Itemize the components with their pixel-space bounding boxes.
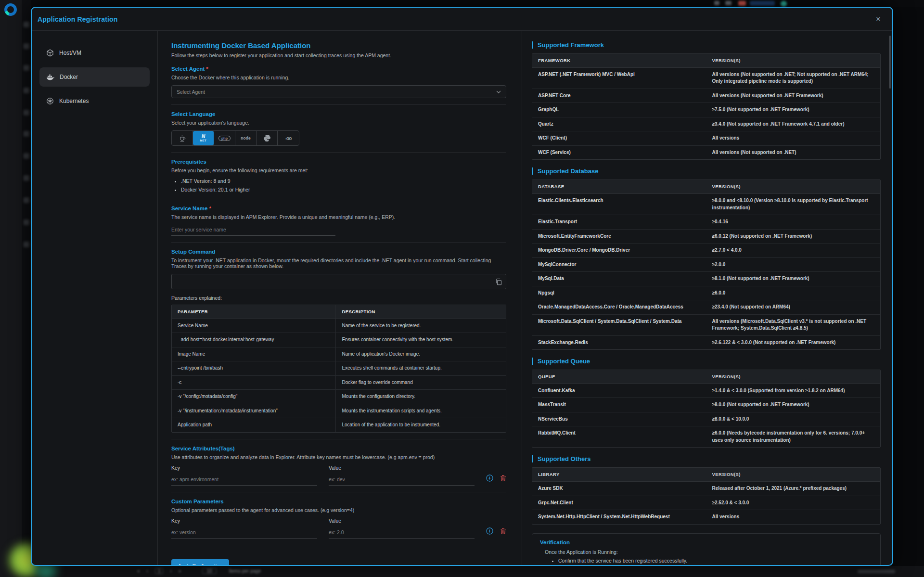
language-dotnet[interactable]: N NET (193, 131, 214, 145)
table-row: MySql.Data≥8.1.0 (Not supported on .NET … (532, 272, 880, 286)
custom-parameters-description: Optional parameters passed to the agent … (171, 507, 506, 513)
divider (171, 104, 506, 105)
list-item: Docker Version: 20.1 or Higher (181, 187, 506, 192)
table-cell: ≥23.4.0 (Not supported on ARM64) (706, 300, 881, 314)
nav-item-label: Docker (60, 74, 78, 80)
delete-row-icon[interactable] (500, 527, 506, 535)
language-php[interactable]: php (214, 131, 235, 145)
table-cell: --entrypoint /bin/bash (172, 361, 336, 375)
add-row-icon[interactable] (486, 527, 493, 535)
table-row: Elastic.Clients.Elasticsearch≥8.0.0 and … (532, 194, 880, 215)
background-icon (24, 153, 29, 159)
table-cell: System.Net.Http.HttpClient / System.Net.… (532, 510, 706, 524)
language-java[interactable] (172, 131, 193, 145)
attribute-value-input[interactable] (329, 474, 475, 486)
table-row: Elastic.Transport≥0.4.16 (532, 215, 880, 230)
custom-parameters-row: Key Value (171, 518, 506, 539)
verification-list: Confirm that the service has been regist… (540, 558, 873, 565)
table-cell: Docker flag to override command (336, 376, 506, 390)
attribute-key-input[interactable] (171, 474, 317, 486)
pagination-next: › (170, 568, 171, 574)
dotnet-icon: N NET (200, 134, 207, 142)
background-icon (24, 175, 29, 181)
column-header: PARAMETER (172, 305, 336, 319)
table-cell: ≥3.4.0 (Not supported on .NET Framework … (706, 117, 881, 131)
table-cell: -v "/instrumentation:/motadata/instrumen… (172, 404, 336, 418)
table-cell: Microsoft.EntityFrameworkCore (532, 230, 706, 244)
table-cell: Microsoft.Data.SqlClient / System.Data.S… (532, 315, 706, 335)
nav-item-kubernetes[interactable]: Kubernetes (39, 91, 150, 111)
setup-command-text (172, 275, 181, 281)
background-icon (24, 88, 29, 93)
table-cell: WCF (Service) (532, 146, 706, 160)
language-nodejs[interactable]: node (235, 131, 257, 145)
list-item: Confirm that the service has been regist… (558, 558, 873, 564)
add-row-icon[interactable] (486, 474, 493, 482)
language-go[interactable]: -oo (278, 131, 299, 145)
select-agent-dropdown[interactable]: Select Agent (171, 85, 506, 98)
table-cell: Name of the service to be registered. (336, 319, 506, 333)
divider (171, 242, 506, 243)
select-agent-description: Choose the Docker where this application… (171, 75, 506, 80)
close-icon[interactable]: × (876, 15, 881, 23)
table-cell: All versions (706, 510, 881, 524)
setup-command-box (171, 274, 506, 289)
table-cell: Application path (172, 418, 336, 432)
table-cell: ≥8.0.0 & < 10.0.0 (706, 412, 881, 426)
application-registration-modal: Application Registration × Host/VM Doc (31, 7, 893, 566)
supported-framework-table: FRAMEWORK VERSION(S) ASP.NET (.NET Frame… (532, 53, 881, 160)
table-row: System.Net.Http.HttpClient / System.Net.… (532, 510, 880, 524)
cube-icon (46, 49, 54, 57)
column-header: QUEUE (532, 370, 706, 384)
column-header: DESCRIPTION (336, 305, 506, 319)
table-header: FRAMEWORK VERSION(S) (532, 54, 880, 68)
copy-icon[interactable] (495, 278, 502, 285)
table-cell: -v "/config:/motadata/config" (172, 390, 336, 404)
table-cell: Oracle.ManagedDataAccess.Core / Oracle.M… (532, 300, 706, 314)
java-icon (179, 134, 186, 142)
chevron-down-icon (496, 90, 501, 93)
language-python[interactable] (257, 131, 278, 145)
select-language-description: Select your application's language. (171, 120, 506, 126)
page-subtitle: Follow the steps below to register your … (171, 52, 506, 58)
service-attributes-heading: Service Attributes(Tags) (171, 446, 506, 451)
nav-item-docker[interactable]: Docker (39, 67, 150, 87)
nav-item-host-vm[interactable]: Host/VM (39, 43, 150, 63)
column-header: DATABASE (532, 180, 706, 193)
key-label: Key (171, 465, 317, 471)
table-row: Microsoft.EntityFrameworkCore≥6.0.12 (No… (532, 230, 880, 244)
table-cell: ≥7.5.0 (Not supported on .NET Framework) (706, 103, 881, 117)
table-cell: Elastic.Clients.Elasticsearch (532, 194, 706, 215)
table-cell: Azure SDK (532, 482, 706, 496)
service-name-input[interactable] (171, 225, 335, 236)
background-icon (24, 131, 29, 137)
scrollbar-thumb[interactable] (889, 36, 891, 89)
background-icon (24, 197, 29, 203)
table-row: Microsoft.Data.SqlClient / System.Data.S… (532, 315, 880, 336)
background-topbar (0, 0, 924, 7)
pagination-first: « (137, 568, 140, 574)
table-row: MongoDB.Driver.Core / MongoDB.Driver≥2.7… (532, 244, 880, 258)
table-row: Image NameName of application's Docker i… (172, 347, 506, 362)
apply-configuration-button[interactable]: Apply Configuration (171, 559, 229, 565)
parameter-key-input[interactable] (171, 527, 317, 539)
table-row: ASP.NET CoreAll versions (Not supported … (532, 89, 880, 103)
table-cell: Name of application's Docker image. (336, 347, 506, 361)
supported-queue-table: QUEUE VERSION(S) Confluent.Kafka≥1.4.0 &… (532, 370, 881, 448)
setup-command-heading: Setup Command (171, 249, 506, 255)
select-language-heading: Select Language (171, 111, 506, 117)
table-cell: All versions (Not supported on .NET Fram… (706, 89, 881, 103)
column-header: VERSION(S) (706, 180, 881, 193)
value-label: Value (329, 518, 475, 524)
background-icon (24, 43, 29, 49)
background-icon (24, 219, 29, 225)
table-cell: Confluent.Kafka (532, 384, 706, 398)
delete-row-icon[interactable] (500, 474, 506, 482)
select-agent-heading: Select Agent* (171, 66, 506, 72)
parameters-explained-label: Parameters explained: (171, 295, 506, 301)
table-header: PARAMETER DESCRIPTION (172, 305, 506, 319)
table-row: WCF (Client)All versions (532, 131, 880, 146)
table-row: Npgsql≥6.0.0 (532, 286, 880, 301)
parameter-value-input[interactable] (329, 527, 475, 539)
modal-title: Application Registration (38, 15, 118, 23)
